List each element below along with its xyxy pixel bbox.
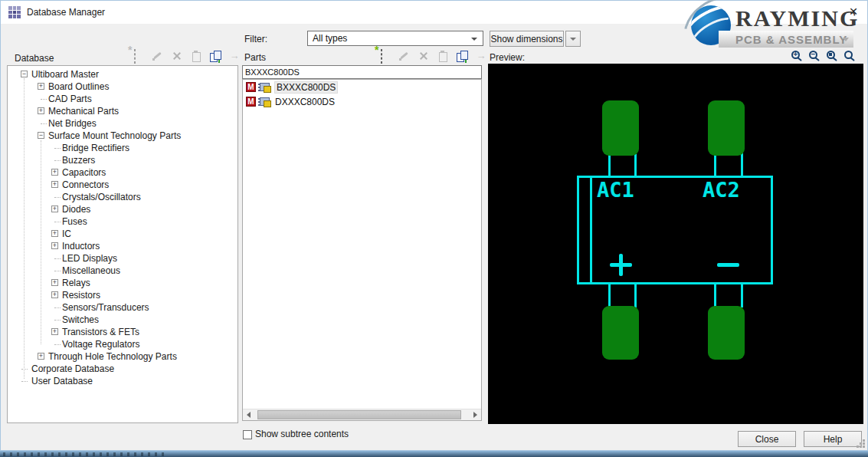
tree-item[interactable]: + Inductors — [8, 240, 237, 252]
tree-expand-toggle[interactable]: + — [51, 230, 58, 237]
tree-item[interactable]: + Relays — [8, 277, 237, 289]
tree-item[interactable]: − Ultiboard Master — [8, 68, 237, 81]
tree-item-label: LED Displays — [62, 253, 117, 264]
chevron-down-icon — [843, 38, 849, 41]
part-row[interactable]: DXXXC800DS — [243, 94, 481, 109]
tree-item[interactable]: Bridge Rectifiers — [8, 142, 237, 154]
part-name: DXXXC800DS — [275, 97, 335, 107]
show-subtree-checkbox[interactable] — [243, 430, 252, 439]
tree-item[interactable]: + Diodes — [8, 203, 237, 215]
tree-expand-toggle[interactable]: + — [51, 181, 58, 188]
logo-brand-text: RAYMING — [735, 5, 859, 31]
parts-search-input[interactable] — [242, 65, 482, 79]
scroll-right-icon[interactable] — [470, 409, 481, 420]
pad — [708, 306, 745, 360]
logo-tagline-text: PCB & ASSEMBLY — [719, 33, 847, 46]
tree-expand-toggle[interactable]: − — [38, 132, 44, 139]
tree-item[interactable]: Miscellaneous — [8, 265, 237, 277]
edit-icon[interactable] — [152, 50, 164, 62]
tree-item[interactable]: + Capacitors — [8, 166, 237, 179]
scrollbar-thumb[interactable] — [257, 410, 461, 419]
tree-item-label: Crystals/Oscillators — [62, 192, 141, 202]
pad — [708, 100, 745, 156]
database-tree[interactable]: − Ultiboard Master + Board Outlines CAD … — [7, 65, 238, 423]
tree-item[interactable]: Crystals/Oscillators — [8, 191, 237, 203]
delete-icon[interactable] — [171, 50, 183, 62]
tree-item[interactable]: Switches — [8, 314, 237, 326]
copy-to-database-icon[interactable] — [456, 50, 468, 62]
footprint-preview-canvas[interactable]: AC1 AC2 — [488, 64, 863, 424]
tree-item-label: Through Hole Technology Parts — [48, 351, 177, 362]
show-dimensions-dropdown-button[interactable] — [565, 31, 581, 47]
new-part-icon[interactable] — [379, 50, 391, 62]
paste-icon[interactable] — [437, 50, 449, 62]
tree-connector — [41, 123, 47, 124]
tree-expand-toggle[interactable]: − — [21, 71, 28, 77]
tree-item[interactable]: Corporate Database — [8, 363, 237, 375]
tree-item[interactable]: + Through Hole Technology Parts — [8, 350, 237, 363]
tree-item-label: Ultiboard Master — [31, 69, 99, 80]
tree-item[interactable]: + Board Outlines — [8, 81, 237, 93]
delete-icon[interactable] — [418, 50, 430, 62]
tree-item[interactable]: Fuses — [8, 215, 237, 228]
help-button[interactable]: Help — [804, 431, 862, 447]
tree-item[interactable]: CAD Parts — [8, 93, 237, 105]
zoom-area-icon[interactable] — [844, 51, 853, 59]
tree-expand-toggle[interactable]: + — [38, 83, 44, 90]
tree-item[interactable]: + IC — [8, 228, 237, 240]
tree-expand-toggle[interactable]: + — [51, 328, 58, 335]
paste-icon[interactable] — [190, 50, 202, 62]
close-button-label: Close — [755, 434, 779, 445]
parts-list[interactable]: BXXXC800DS DXXXC800DS — [242, 79, 482, 421]
show-dimensions-button[interactable]: Show dimensions — [490, 31, 564, 47]
move-to-icon[interactable]: → — [228, 50, 241, 62]
tree-item[interactable]: + Connectors — [8, 179, 237, 191]
pad-label-ac2: AC2 — [703, 178, 740, 202]
zoom-full-icon[interactable] — [827, 51, 835, 59]
part-row[interactable]: BXXXC800DS — [243, 80, 481, 94]
tree-item[interactable]: + Transistors & FETs — [8, 326, 237, 338]
tree-item[interactable]: + Resistors — [8, 289, 237, 301]
new-item-icon[interactable] — [133, 50, 145, 62]
tree-expand-toggle[interactable]: + — [51, 242, 58, 249]
database-panel-title: Database — [15, 53, 54, 64]
tree-item[interactable]: Buzzers — [8, 154, 237, 166]
move-to-icon[interactable]: → — [475, 50, 487, 62]
pad — [602, 306, 639, 360]
help-button-label: Help — [824, 434, 843, 445]
tree-item[interactable]: Net Bridges — [8, 117, 237, 130]
tree-expand-toggle[interactable]: + — [51, 291, 58, 298]
tree-connector — [21, 369, 28, 370]
database-toolbar: → — [133, 50, 241, 62]
horizontal-scrollbar[interactable] — [243, 409, 481, 420]
tree-item[interactable]: + Mechanical Parts — [8, 105, 237, 117]
tree-expand-toggle[interactable]: + — [51, 205, 58, 212]
tree-connector — [54, 148, 61, 149]
resize-grip[interactable] — [863, 439, 865, 442]
zoom-in-icon[interactable] — [791, 51, 800, 59]
copy-to-database-icon[interactable] — [209, 50, 221, 62]
tree-item[interactable]: Voltage Regulators — [8, 338, 237, 350]
show-dimensions-label: Show dimensions — [490, 34, 562, 44]
tree-expand-toggle[interactable]: + — [51, 279, 58, 286]
filter-type-dropdown[interactable]: All types — [307, 31, 483, 46]
tree-item[interactable]: Sensors/Transducers — [8, 301, 237, 314]
zoom-out-icon[interactable] — [809, 51, 817, 59]
tree-connector — [21, 381, 28, 382]
tree-expand-toggle[interactable]: + — [38, 353, 44, 360]
tree-item[interactable]: − Surface Mount Technology Parts — [8, 130, 237, 142]
scroll-left-icon[interactable] — [243, 409, 254, 420]
footprint-lock-icon — [260, 97, 270, 106]
tree-item-label: Corporate Database — [31, 363, 114, 374]
tree-expand-toggle[interactable]: + — [38, 107, 44, 114]
taskbar-sliver — [0, 451, 868, 457]
close-button[interactable]: Close — [738, 431, 796, 447]
edit-icon[interactable] — [398, 50, 411, 62]
minus-symbol — [717, 263, 739, 267]
tree-item[interactable]: LED Displays — [8, 252, 237, 265]
tree-item-label: Capacitors — [62, 167, 106, 178]
filter-label: Filter: — [244, 34, 267, 44]
tree-item[interactable]: User Database — [8, 375, 237, 387]
footprint-lock-icon — [260, 83, 270, 91]
tree-expand-toggle[interactable]: + — [51, 169, 58, 176]
